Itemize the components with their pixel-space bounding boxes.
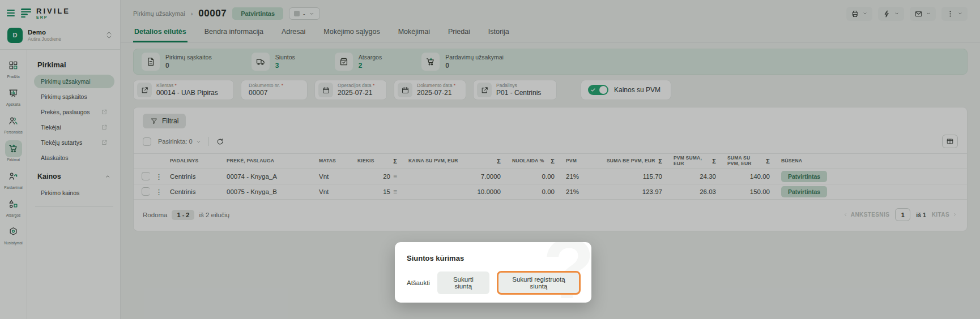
create-shipment-button[interactable]: Sukurti siuntą [437, 271, 489, 294]
siuntos-kurimas-dialog: ? Siuntos kūrimas Atšaukti Sukurti siunt… [395, 242, 591, 303]
cancel-button[interactable]: Atšaukti [407, 279, 430, 286]
dialog-title: Siuntos kūrimas [407, 254, 581, 262]
app-window: RIVILE ERP D Demo Aušra Juodienė Pradžia [0, 0, 980, 319]
create-registered-shipment-button[interactable]: Sukurti registruotą siuntą [497, 271, 581, 295]
dialog-actions: Atšaukti Sukurti siuntą Sukurti registru… [407, 271, 581, 295]
